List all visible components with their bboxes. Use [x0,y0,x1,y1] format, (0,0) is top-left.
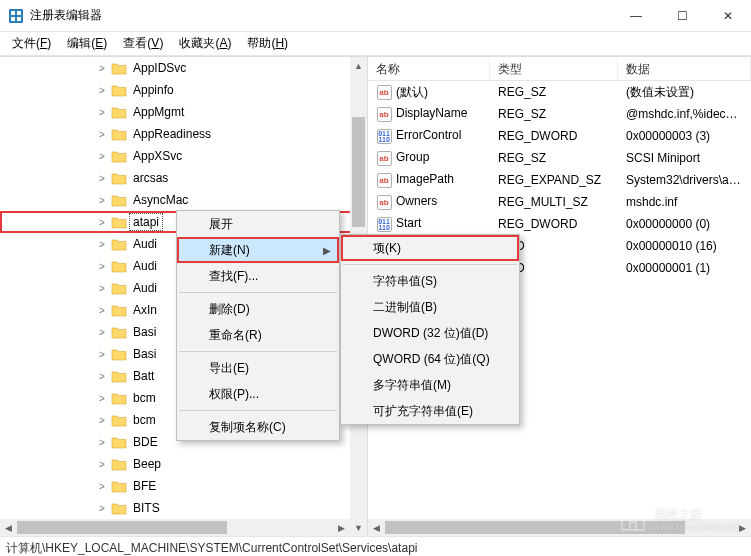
expander-icon[interactable]: > [96,503,108,514]
submenu-item[interactable]: 字符串值(S) [341,268,519,294]
maximize-button[interactable]: ☐ [659,0,705,32]
folder-icon [111,194,127,207]
submenu-item[interactable]: DWORD (32 位)值(D) [341,320,519,346]
expander-icon[interactable]: > [96,327,108,338]
tree-item[interactable]: >AppReadiness [0,123,367,145]
context-menu-item[interactable]: 删除(D) [177,296,339,322]
expander-icon[interactable]: > [96,239,108,250]
tree-item[interactable]: >arcsas [0,167,367,189]
expander-icon[interactable]: > [96,261,108,272]
menu-item-label: 导出(E) [209,360,249,377]
menu-v[interactable]: 查看(V) [115,32,171,55]
expander-icon[interactable]: > [96,459,108,470]
expander-icon[interactable]: > [96,129,108,140]
list-row[interactable]: 011110StartREG_DWORD0x00000000 (0) [368,213,751,235]
menu-e[interactable]: 编辑(E) [59,32,115,55]
submenu-item[interactable]: 多字符串值(M) [341,372,519,398]
context-menu-item[interactable]: 展开 [177,211,339,237]
context-menu-item[interactable]: 权限(P)... [177,381,339,407]
context-menu-item[interactable]: 导出(E) [177,355,339,381]
cell-data: SCSI Miniport [618,149,751,167]
expander-icon[interactable]: > [96,217,108,228]
cell-type: REG_SZ [490,149,618,167]
svg-rect-1 [11,11,15,15]
menu-f[interactable]: 文件(F) [4,32,59,55]
close-button[interactable]: ✕ [705,0,751,32]
folder-icon [111,106,127,119]
tree-item-label: atapi [130,214,162,230]
list-hscroll-thumb[interactable] [385,521,685,534]
tree-item-label: bcm [130,412,159,428]
scroll-left-icon[interactable]: ◀ [368,519,385,536]
tree-vscroll-thumb[interactable] [352,117,365,227]
context-menu-item[interactable]: 重命名(R) [177,322,339,348]
column-name[interactable]: 名称 [368,57,490,80]
scroll-up-icon[interactable]: ▲ [350,57,367,74]
expander-icon[interactable]: > [96,107,108,118]
list-row[interactable]: abOwnersREG_MULTI_SZmshdc.inf [368,191,751,213]
expander-icon[interactable]: > [96,85,108,96]
submenu-item[interactable]: 项(K) [341,235,519,261]
list-row[interactable]: abImagePathREG_EXPAND_SZSystem32\drivers… [368,169,751,191]
list-row[interactable]: 011110ErrorControlREG_DWORD0x00000003 (3… [368,125,751,147]
scroll-right-icon[interactable]: ▶ [333,519,350,536]
expander-icon[interactable]: > [96,371,108,382]
scroll-down-icon[interactable]: ▼ [350,519,367,536]
list-row[interactable]: abDisplayNameREG_SZ@mshdc.inf,%idechan..… [368,103,751,125]
submenu-item[interactable]: 可扩充字符串值(E) [341,398,519,424]
tree-item[interactable]: >AppXSvc [0,145,367,167]
cell-name: abImagePath [368,170,490,190]
expander-icon[interactable]: > [96,305,108,316]
cell-type: REG_SZ [490,105,618,123]
tree-hscroll-thumb[interactable] [17,521,227,534]
tree-item[interactable]: >AppIDSvc [0,57,367,79]
expander-icon[interactable]: > [96,437,108,448]
list-hscrollbar[interactable]: ◀ ▶ [368,519,751,536]
status-path: 计算机\HKEY_LOCAL_MACHINE\SYSTEM\CurrentCon… [6,541,417,555]
expander-icon[interactable]: > [96,151,108,162]
submenu-item[interactable]: QWORD (64 位)值(Q) [341,346,519,372]
context-menu-item[interactable]: 复制项名称(C) [177,414,339,440]
expander-icon[interactable]: > [96,415,108,426]
submenu-item[interactable]: 二进制值(B) [341,294,519,320]
expander-icon[interactable]: > [96,63,108,74]
cell-type: REG_EXPAND_SZ [490,171,618,189]
menu-separator [343,264,517,265]
column-type[interactable]: 类型 [490,57,618,80]
menu-item-label: 复制项名称(C) [209,419,286,436]
expander-icon[interactable]: > [96,195,108,206]
expander-icon[interactable]: > [96,481,108,492]
menu-item-label: 项(K) [373,240,401,257]
scroll-right-icon[interactable]: ▶ [734,519,751,536]
menu-h[interactable]: 帮助(H) [239,32,296,55]
tree-hscrollbar[interactable]: ◀ ▶ [0,519,350,536]
scroll-left-icon[interactable]: ◀ [0,519,17,536]
menubar: 文件(F)编辑(E)查看(V)收藏夹(A)帮助(H) [0,32,751,56]
tree-item-label: BITS [130,500,163,516]
cell-data: System32\drivers\ata... [618,171,751,189]
tree-item[interactable]: >AsyncMac [0,189,367,211]
menu-a[interactable]: 收藏夹(A) [171,32,239,55]
expander-icon[interactable]: > [96,393,108,404]
context-menu-item[interactable]: 查找(F)... [177,263,339,289]
minimize-button[interactable]: — [613,0,659,32]
list-row[interactable]: abGroupREG_SZSCSI Miniport [368,147,751,169]
folder-icon [111,326,127,339]
tree-item[interactable]: >AppMgmt [0,101,367,123]
tree-item[interactable]: >BITS [0,497,367,519]
folder-icon [111,414,127,427]
menu-item-label: 展开 [209,216,233,233]
list-row[interactable]: ab(默认)REG_SZ(数值未设置) [368,81,751,103]
tree-item[interactable]: >Beep [0,453,367,475]
menu-item-label: DWORD (32 位)值(D) [373,325,488,342]
column-data[interactable]: 数据 [618,57,751,80]
expander-icon[interactable]: > [96,349,108,360]
context-menu-item[interactable]: 新建(N)▶ [177,237,339,263]
list-header: 名称 类型 数据 [368,57,751,81]
expander-icon[interactable]: > [96,173,108,184]
expander-icon[interactable]: > [96,283,108,294]
folder-icon [111,392,127,405]
string-value-icon: ab [376,172,392,188]
tree-item[interactable]: >BFE [0,475,367,497]
tree-item[interactable]: >Appinfo [0,79,367,101]
